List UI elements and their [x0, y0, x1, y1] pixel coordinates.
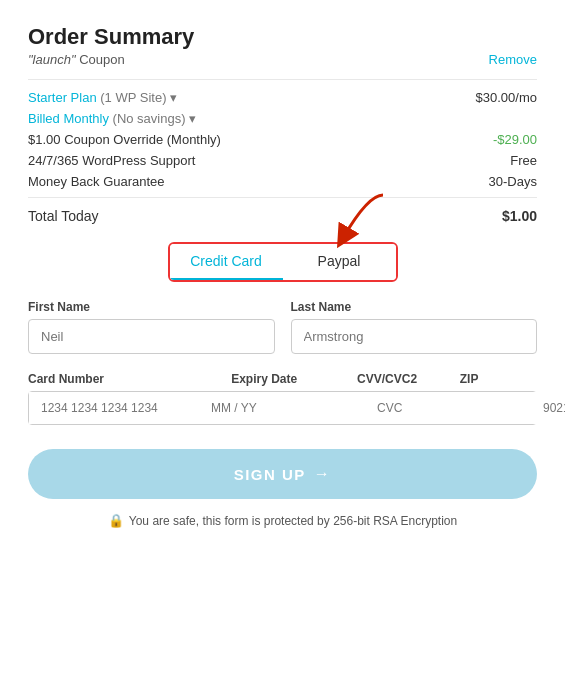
- first-name-input[interactable]: [28, 319, 275, 354]
- coupon-label: "launch" Coupon: [28, 52, 125, 67]
- signup-button[interactable]: SIGN UP →: [28, 449, 537, 499]
- zip-input[interactable]: [535, 392, 565, 424]
- zip-label: ZIP: [460, 372, 479, 386]
- total-value: $1.00: [502, 208, 537, 224]
- order-line-coupon: $1.00 Coupon Override (Monthly) -$29.00: [28, 132, 537, 147]
- lock-icon: 🔒: [108, 513, 124, 528]
- cvc-input[interactable]: [369, 392, 535, 424]
- coupon-override-label: $1.00 Coupon Override (Monthly): [28, 132, 221, 147]
- support-value: Free: [510, 153, 537, 168]
- page-title: Order Summary: [28, 24, 537, 50]
- tab-credit-card[interactable]: Credit Card: [170, 244, 283, 280]
- total-label: Total Today: [28, 208, 99, 224]
- plan-price: $30.00/mo: [476, 90, 537, 105]
- total-row: Total Today $1.00: [28, 197, 537, 224]
- coupon-row: "launch" Coupon Remove: [28, 52, 537, 67]
- card-number-input[interactable]: [29, 392, 203, 424]
- guarantee-value: 30-Days: [489, 174, 537, 189]
- last-name-group: Last Name: [291, 300, 538, 354]
- last-name-input[interactable]: [291, 319, 538, 354]
- guarantee-label: Money Back Guarantee: [28, 174, 165, 189]
- card-labels-row: Card Number Expiry Date CVV/CVC2 ZIP: [28, 370, 537, 386]
- card-inputs-row: [28, 391, 537, 425]
- security-row: 🔒 You are safe, this form is protected b…: [28, 513, 537, 528]
- order-line-billing: Billed Monthly (No savings) ▾: [28, 111, 537, 126]
- billing-label: Billed Monthly (No savings) ▾: [28, 111, 196, 126]
- first-name-group: First Name: [28, 300, 275, 354]
- order-line-support: 24/7/365 WordPress Support Free: [28, 153, 537, 168]
- plan-label: Starter Plan (1 WP Site) ▾: [28, 90, 177, 105]
- name-row: First Name Last Name: [28, 300, 537, 354]
- card-number-label: Card Number: [28, 372, 104, 386]
- security-text: You are safe, this form is protected by …: [129, 514, 457, 528]
- payment-tabs: Credit Card Paypal: [168, 242, 398, 282]
- signup-label: SIGN UP: [234, 466, 306, 483]
- order-line-guarantee: Money Back Guarantee 30-Days: [28, 174, 537, 189]
- remove-coupon-button[interactable]: Remove: [489, 52, 537, 67]
- expiry-input[interactable]: [203, 392, 369, 424]
- expiry-label: Expiry Date: [231, 372, 297, 386]
- order-line-plan: Starter Plan (1 WP Site) ▾ $30.00/mo: [28, 90, 537, 105]
- first-name-label: First Name: [28, 300, 275, 314]
- order-lines: Starter Plan (1 WP Site) ▾ $30.00/mo Bil…: [28, 79, 537, 189]
- support-label: 24/7/365 WordPress Support: [28, 153, 195, 168]
- cvc-label: CVV/CVC2: [357, 372, 417, 386]
- tab-paypal[interactable]: Paypal: [283, 244, 396, 280]
- coupon-discount: -$29.00: [493, 132, 537, 147]
- last-name-label: Last Name: [291, 300, 538, 314]
- arrow-right-icon: →: [314, 465, 332, 483]
